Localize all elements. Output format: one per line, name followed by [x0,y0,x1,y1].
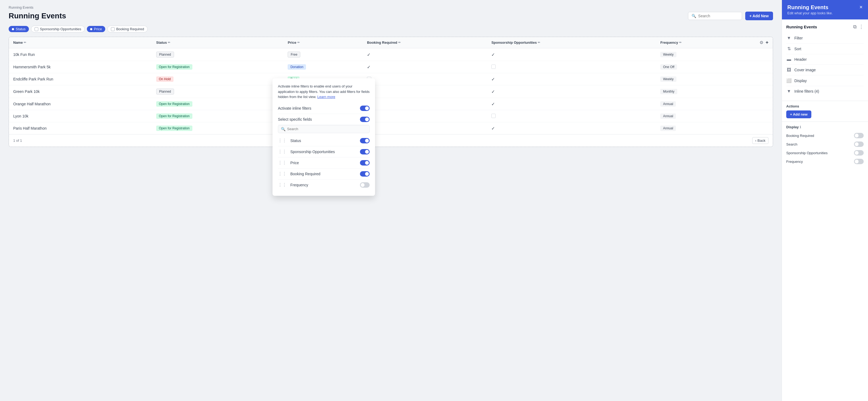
col-edit-name[interactable]: ✏ [24,41,26,44]
cover-image-icon: 🖼 [786,67,792,73]
filter-label-sponsorship: Sponsorship Opportunities [40,27,81,31]
cell-booking: ✓ [363,98,487,110]
popup-field-row: ⋮⋮ Status [278,135,370,146]
edit-menu-inline-filters[interactable]: ▼ Inline filters (4) [786,86,864,96]
display-toggle-search[interactable] [854,142,864,147]
filter-chip-price[interactable]: Price [87,26,105,32]
pagination-back-button[interactable]: ‹ Back [752,137,769,144]
col-edit-frequency[interactable]: ✏ [679,41,682,44]
edit-menu-cover-label: Cover image [794,68,816,72]
cell-name: Lyon 10k [9,110,152,122]
popup-learn-more-link[interactable]: Learn more [317,95,335,99]
popup-field-label: Status [290,139,301,143]
cell-booking [363,73,487,85]
col-edit-sponsorship[interactable]: ✏ [538,41,540,44]
table-row: Lyon 10k Open for Registration Paid Annu… [9,110,773,122]
popup-field-toggle-status[interactable] [360,138,370,143]
cell-booking: ✓ [363,61,487,73]
header-actions: 🔍 + Add New [688,11,773,20]
edit-menu-filter[interactable]: ▼ Filter [786,33,864,44]
col-header-booking: Booking Required ✏ [363,37,487,48]
popup-activate-toggle[interactable] [360,106,370,111]
data-table: Name ✏ Status ✏ Price ✏ [9,37,773,134]
filter-icon: ▼ [786,36,792,40]
cell-status: Open for Registration [152,110,284,122]
cell-frequency: Annual [656,110,773,122]
edit-menu-display[interactable]: ⬜ Display [786,75,864,86]
filter-checkbox-sponsorship [34,27,38,31]
edit-menu-filter-label: Filter [794,36,803,40]
popup-field-toggle-price[interactable] [360,160,370,166]
popup-field-toggle-frequency[interactable] [360,182,370,188]
popup-field-label: Booking Required [290,172,320,176]
cell-booking: ✓ [363,122,487,135]
cell-sponsorship: ✓ [487,73,656,85]
display-label-booking: Booking Required [786,134,814,138]
edit-panel-title: Running Events [787,4,833,10]
col-edit-price[interactable]: ✏ [297,41,300,44]
filter-label-price: Price [94,27,102,31]
table-row: Paris Half Marathon Open for Registratio… [9,122,773,135]
filter-checkbox-booking [111,27,115,31]
cell-status: On Hold [152,73,284,85]
popup-search-box[interactable]: 🔍 [278,125,370,133]
booking-check: ✓ [367,52,370,57]
edit-menu-cover-image[interactable]: 🖼 Cover image [786,65,864,75]
cell-booking [363,110,487,122]
add-new-action-button[interactable]: + Add new [786,110,811,118]
edit-panel-header: Running Events Edit what your app looks … [782,0,868,20]
popup-field-row: ⋮⋮ Sponsorship Opportunities [278,146,370,157]
edit-panel-body: Running Events ⧉ ⋮ ▼ Filter ⇅ Sort ▬ Hea… [782,20,868,101]
filter-label-booking: Booking Required [116,27,144,31]
cell-name: Hammersmith Park 5k [9,61,152,73]
display-label-sponsorship-lower: Sponsorship Opportunities [786,151,828,155]
cell-name: 10k Fun Run [9,48,152,61]
filter-chip-booking[interactable]: Booking Required [107,26,148,32]
back-arrow-icon: ‹ [755,139,756,143]
edit-section-title: Running Events ⧉ ⋮ [786,24,864,30]
display-toggle-booking[interactable] [854,133,864,138]
cell-status: Open for Registration [152,122,284,135]
booking-check: ✓ [367,65,370,69]
cell-name: Paris Half Marathon [9,122,152,135]
table-settings-button[interactable]: ⚙ [760,40,763,45]
header-icon: ▬ [786,57,792,62]
edit-menu-sort[interactable]: ⇅ Sort [786,44,864,54]
col-header-price: Price ✏ [283,37,363,48]
pagination-info: 1 of 1 [13,139,22,143]
display-row-search: Search [786,140,864,148]
col-edit-status[interactable]: ✏ [168,41,170,44]
display-row-frequency: Frequency [786,157,864,166]
popup-select-toggle[interactable] [360,117,370,122]
edit-menu-header-label: Header [794,57,807,62]
display-toggle-sponsorship-lower[interactable] [854,150,864,155]
col-header-sponsorship: Sponsorship Opportunities ✏ [487,37,656,48]
display-label-search: Search [786,142,797,146]
col-edit-booking[interactable]: ✏ [398,41,401,44]
popup-field-row: ⋮⋮ Price [278,157,370,169]
popup-fields-list: ⋮⋮ Status ⋮⋮ Sponsorship Opportunities ⋮… [278,135,370,190]
display-toggle-frequency-lower[interactable] [854,159,864,164]
filter-chip-status[interactable]: Status [9,26,29,32]
edit-copy-button[interactable]: ⧉ [853,24,857,30]
edit-menu-header[interactable]: ▬ Header [786,54,864,65]
popup-search-input[interactable] [287,127,367,131]
edit-menu-display-label: Display [794,79,807,83]
filter-chip-sponsorship[interactable]: Sponsorship Opportunities [31,26,85,32]
search-box[interactable]: 🔍 [688,12,742,20]
cell-status: Open for Registration [152,98,284,110]
filter-label-status: Status [16,27,26,31]
popup-field-toggle-sponsorship[interactable] [360,149,370,154]
col-header-status: Status ✏ [152,37,284,48]
sponsorship-check: ✓ [491,102,495,106]
display-info-icon: ℹ [800,125,801,129]
drag-handle-icon: ⋮⋮ [278,160,286,165]
edit-panel-close-button[interactable]: × [859,4,863,10]
search-input[interactable] [698,14,739,18]
inline-filters-popup: Activate inline filters to enable end us… [273,78,375,196]
add-new-button[interactable]: + Add New [745,11,773,20]
table-add-column-button[interactable]: + [766,40,769,46]
inline-filters-icon: ▼ [786,89,792,94]
popup-field-toggle-booking[interactable] [360,171,370,177]
edit-more-button[interactable]: ⋮ [859,24,864,30]
